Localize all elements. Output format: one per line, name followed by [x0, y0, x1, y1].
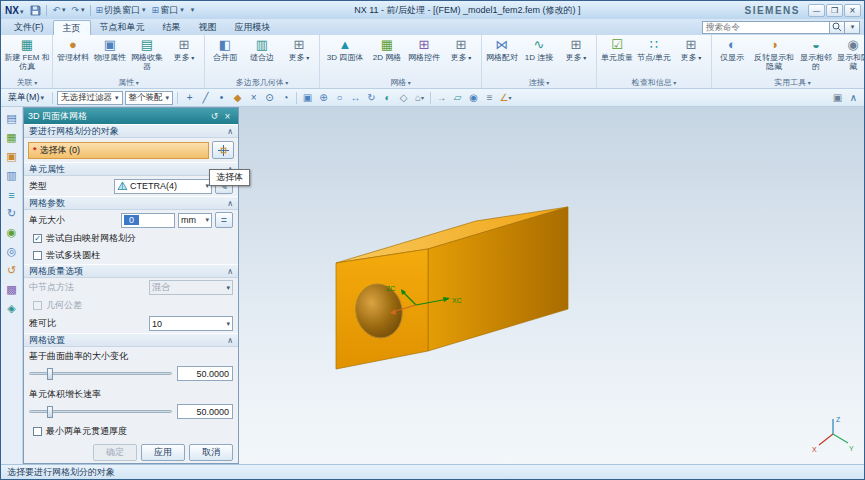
tab-nodes-and-elements[interactable]: 节点和单元: [91, 20, 154, 35]
undo-button[interactable]: ↶: [49, 3, 68, 18]
ribbon-item-1d-connection[interactable]: ∿1D 连接: [521, 36, 557, 72]
growth-value-input[interactable]: 50.0000: [177, 404, 233, 419]
graphics-viewport[interactable]: XC ZC Z X Y: [239, 107, 864, 464]
redo-button[interactable]: ↷: [68, 3, 87, 18]
curvature-slider-track[interactable]: [29, 372, 172, 375]
show-hide-objects-icon[interactable]: ◉: [466, 91, 481, 105]
tab-results[interactable]: 结果: [154, 20, 190, 35]
zoom-in-out-icon[interactable]: ⊕: [316, 91, 331, 105]
ribbon-item-manage-materials[interactable]: ●管理材料: [55, 36, 91, 72]
ribbon-group-label-polygon-geometry[interactable]: 多边形几何体: [205, 77, 319, 88]
orient-view-icon[interactable]: ⌂: [412, 91, 427, 105]
quadrant-snap-icon[interactable]: ◔: [278, 91, 293, 105]
growth-slider-thumb[interactable]: [47, 406, 53, 418]
ribbon-item-more-polygon-geometry[interactable]: ⊞更多: [281, 36, 317, 72]
dialog-close-icon[interactable]: [221, 111, 234, 122]
collapse-section-icon[interactable]: [227, 266, 233, 276]
ribbon-item-new-fem-and-simulation[interactable]: ▦新建 FEM 和仿真: [4, 36, 50, 72]
select-body-button[interactable]: [212, 141, 234, 159]
jacobian-combo[interactable]: 10: [149, 316, 233, 331]
assembly-navigator-icon[interactable]: ▣: [4, 149, 20, 164]
unit-combo[interactable]: mm: [178, 213, 212, 228]
simulation-navigator-icon[interactable]: ▤: [4, 111, 20, 126]
switch-window-button[interactable]: ⊞切换窗口: [93, 3, 149, 18]
command-search-input[interactable]: [702, 21, 830, 34]
minimize-ribbon-icon[interactable]: ∧: [846, 91, 861, 105]
shaded-display-icon[interactable]: ◐: [380, 91, 395, 105]
ribbon-group-label-relations[interactable]: 关联: [2, 77, 52, 88]
rotate-view-icon[interactable]: ↻: [364, 91, 379, 105]
window-menu-button[interactable]: ⊞窗口: [149, 3, 187, 18]
tab-view[interactable]: 视图: [190, 20, 226, 35]
section-mesh-settings[interactable]: 网格设置: [24, 333, 238, 347]
snap-point-icon[interactable]: +: [182, 91, 197, 105]
history-icon[interactable]: ↺: [4, 263, 20, 278]
ribbon-item-more-connections[interactable]: ⊞更多: [558, 36, 594, 72]
save-button[interactable]: [27, 3, 44, 18]
ribbon-group-label-connections[interactable]: 连接: [482, 77, 596, 88]
maximize-button[interactable]: [826, 4, 843, 17]
curvature-slider-thumb[interactable]: [47, 368, 53, 380]
ribbon-item-3d-tetrahedral-mesh[interactable]: ▲3D 四面体: [322, 36, 368, 72]
ribbon-group-label-check-and-info[interactable]: 检查和信息: [597, 77, 711, 88]
ribbon-group-label-utilities[interactable]: 实用工具: [712, 77, 864, 88]
curvature-value-input[interactable]: 50.0000: [177, 366, 233, 381]
reuse-library-icon[interactable]: ↻: [4, 206, 20, 221]
tab-home[interactable]: 主页: [53, 20, 91, 35]
attempt-free-mapped-checkbox[interactable]: [33, 234, 42, 243]
ribbon-group-label-mesh[interactable]: 网格: [320, 77, 481, 88]
edit-section-icon[interactable]: ▱: [450, 91, 465, 105]
endpoint-snap-icon[interactable]: ╱: [198, 91, 213, 105]
ribbon-item-more-properties[interactable]: ⊞更多: [166, 36, 202, 72]
hd3d-tools-icon[interactable]: ◉: [4, 225, 20, 240]
part-navigator-icon[interactable]: ≡: [4, 187, 20, 202]
cancel-button[interactable]: 取消: [189, 444, 233, 461]
layer-settings-icon[interactable]: ≡: [482, 91, 497, 105]
element-type-combo[interactable]: CTETRA(4): [114, 179, 212, 194]
section-mesh-quality-options[interactable]: 网格质量选项: [24, 264, 238, 278]
arc-center-snap-icon[interactable]: ⊙: [262, 91, 277, 105]
nx-app-menu[interactable]: NX: [5, 5, 23, 16]
element-size-input[interactable]: 0: [121, 213, 175, 228]
intersection-snap-icon[interactable]: ×: [246, 91, 261, 105]
roles-icon[interactable]: ◈: [4, 301, 20, 316]
ribbon-item-more-mesh[interactable]: ⊞更多: [443, 36, 479, 72]
section-element-attributes[interactable]: 单元属性: [24, 162, 238, 176]
tab-application-modules[interactable]: 应用模块: [226, 20, 280, 35]
ribbon-item-physical-properties[interactable]: ▣物理属性: [92, 36, 128, 72]
section-mesh-parameters[interactable]: 网格参数: [24, 196, 238, 210]
ribbon-item-mesh-control[interactable]: ⊞网格控件: [406, 36, 442, 72]
selection-scope-combo[interactable]: 整个装配: [125, 91, 174, 105]
tab-file[interactable]: 文件(F): [5, 20, 53, 35]
apply-button[interactable]: 应用: [141, 444, 185, 461]
move-object-icon[interactable]: →: [434, 91, 449, 105]
ribbon-item-merge-face[interactable]: ◧合并面: [207, 36, 243, 72]
process-studio-icon[interactable]: ▩: [4, 282, 20, 297]
collapse-section-icon[interactable]: [227, 126, 233, 136]
solid-body[interactable]: XC ZC: [324, 199, 594, 384]
ribbon-group-label-properties[interactable]: 属性: [53, 77, 204, 88]
section-objects-to-mesh[interactable]: 要进行网格划分的对象: [24, 124, 238, 138]
control-point-snap-icon[interactable]: ◆: [230, 91, 245, 105]
min-two-elements-checkbox[interactable]: [33, 427, 42, 436]
dialog-reset-icon[interactable]: [208, 111, 221, 121]
ribbon-item-2d-mesh[interactable]: ▦2D 网格: [369, 36, 405, 72]
constraint-navigator-icon[interactable]: ▥: [4, 168, 20, 183]
wireframe-display-icon[interactable]: ◇: [396, 91, 411, 105]
collapse-section-icon[interactable]: [227, 198, 233, 208]
collapse-section-icon[interactable]: [227, 335, 233, 345]
minimize-button[interactable]: [808, 4, 825, 17]
ribbon-item-stitch-edge[interactable]: ▥缝合边: [244, 36, 280, 72]
ribbon-item-node-element-info[interactable]: ∷节点/单元: [636, 36, 672, 72]
attempt-multi-block-checkbox[interactable]: [33, 251, 42, 260]
select-body-field[interactable]: * 选择体 (0): [28, 142, 209, 159]
search-icon[interactable]: [830, 21, 845, 34]
formula-button[interactable]: =: [215, 212, 233, 228]
close-button[interactable]: [844, 4, 861, 17]
zoom-window-icon[interactable]: ○: [332, 91, 347, 105]
menu-button[interactable]: 菜单(M): [4, 91, 48, 104]
fit-view-icon[interactable]: ▣: [300, 91, 315, 105]
ribbon-item-show-only[interactable]: ◐仅显示: [714, 36, 750, 72]
search-dropdown-icon[interactable]: [845, 21, 860, 34]
ribbon-item-show-and-hide[interactable]: ◉显示和隐藏: [835, 36, 864, 72]
